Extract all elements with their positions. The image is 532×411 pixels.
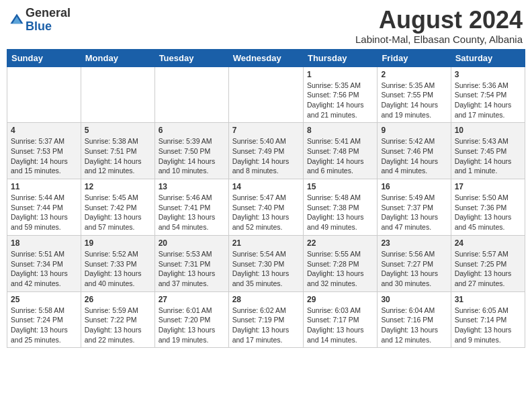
day-number: 28: [232, 295, 300, 304]
calendar-cell: 31Sunrise: 6:05 AM Sunset: 7:14 PM Dayli…: [451, 291, 525, 348]
logo-text: General Blue: [26, 7, 71, 34]
day-number: 10: [455, 126, 521, 135]
day-number: 12: [85, 182, 151, 191]
logo: General Blue: [9, 7, 71, 34]
day-number: 20: [159, 238, 225, 248]
calendar-cell: 7Sunrise: 5:40 AM Sunset: 7:49 PM Daylig…: [228, 123, 303, 179]
day-info: Sunrise: 5:50 AM Sunset: 7:36 PM Dayligh…: [455, 193, 521, 232]
day-info: Sunrise: 6:02 AM Sunset: 7:19 PM Dayligh…: [232, 306, 300, 345]
day-info: Sunrise: 5:55 AM Sunset: 7:28 PM Dayligh…: [307, 249, 373, 289]
calendar-cell: 19Sunrise: 5:52 AM Sunset: 7:33 PM Dayli…: [81, 235, 154, 291]
day-number: 29: [307, 295, 373, 304]
logo-icon: [9, 13, 24, 28]
day-info: Sunrise: 6:01 AM Sunset: 7:20 PM Dayligh…: [159, 306, 225, 345]
calendar-body: 1Sunrise: 5:35 AM Sunset: 7:56 PM Daylig…: [7, 66, 525, 348]
calendar-cell: 2Sunrise: 5:35 AM Sunset: 7:55 PM Daylig…: [378, 66, 451, 123]
day-number: 27: [159, 295, 225, 304]
day-info: Sunrise: 5:35 AM Sunset: 7:56 PM Dayligh…: [307, 81, 373, 120]
calendar-cell: 8Sunrise: 5:41 AM Sunset: 7:48 PM Daylig…: [303, 123, 377, 179]
weekday-saturday: Saturday: [451, 49, 525, 66]
day-info: Sunrise: 5:40 AM Sunset: 7:49 PM Dayligh…: [232, 136, 300, 176]
day-number: 14: [232, 182, 300, 191]
calendar-cell: 26Sunrise: 5:59 AM Sunset: 7:22 PM Dayli…: [81, 291, 154, 348]
day-info: Sunrise: 5:47 AM Sunset: 7:40 PM Dayligh…: [232, 193, 300, 232]
logo-blue: Blue: [26, 19, 52, 33]
header: General Blue August 2024 Labinot-Mal, El…: [7, 7, 525, 45]
weekday-header-row: SundayMondayTuesdayWednesdayThursdayFrid…: [7, 49, 525, 66]
day-number: 25: [11, 295, 77, 304]
calendar-cell: 5Sunrise: 5:38 AM Sunset: 7:51 PM Daylig…: [81, 123, 154, 179]
day-number: 16: [381, 182, 447, 191]
day-number: 7: [232, 126, 300, 135]
day-number: 31: [455, 295, 521, 304]
day-info: Sunrise: 5:59 AM Sunset: 7:22 PM Dayligh…: [85, 306, 151, 345]
calendar-cell: 6Sunrise: 5:39 AM Sunset: 7:50 PM Daylig…: [154, 123, 228, 179]
calendar-table: SundayMondayTuesdayWednesdayThursdayFrid…: [7, 49, 525, 349]
day-number: 11: [11, 182, 77, 191]
day-info: Sunrise: 5:35 AM Sunset: 7:55 PM Dayligh…: [381, 81, 447, 120]
weekday-thursday: Thursday: [303, 49, 377, 66]
day-info: Sunrise: 5:41 AM Sunset: 7:48 PM Dayligh…: [307, 136, 373, 176]
day-info: Sunrise: 5:37 AM Sunset: 7:53 PM Dayligh…: [11, 136, 77, 176]
calendar-cell: 17Sunrise: 5:50 AM Sunset: 7:36 PM Dayli…: [451, 179, 525, 236]
calendar-cell: 3Sunrise: 5:36 AM Sunset: 7:54 PM Daylig…: [451, 66, 525, 123]
calendar-cell: 20Sunrise: 5:53 AM Sunset: 7:31 PM Dayli…: [154, 235, 228, 291]
calendar-cell: 28Sunrise: 6:02 AM Sunset: 7:19 PM Dayli…: [228, 291, 303, 348]
day-info: Sunrise: 5:58 AM Sunset: 7:24 PM Dayligh…: [11, 306, 77, 345]
calendar-cell: 12Sunrise: 5:45 AM Sunset: 7:42 PM Dayli…: [81, 179, 154, 236]
day-number: 2: [381, 70, 447, 79]
title-block: August 2024 Labinot-Mal, Elbasan County,…: [355, 7, 523, 45]
calendar-cell: [7, 66, 81, 123]
day-info: Sunrise: 5:53 AM Sunset: 7:31 PM Dayligh…: [159, 249, 225, 289]
day-info: Sunrise: 6:05 AM Sunset: 7:14 PM Dayligh…: [455, 306, 521, 345]
weekday-monday: Monday: [81, 49, 154, 66]
day-number: 9: [381, 126, 447, 135]
weekday-sunday: Sunday: [7, 49, 81, 66]
calendar-cell: 22Sunrise: 5:55 AM Sunset: 7:28 PM Dayli…: [303, 235, 377, 291]
day-info: Sunrise: 5:44 AM Sunset: 7:44 PM Dayligh…: [11, 193, 77, 232]
day-info: Sunrise: 5:52 AM Sunset: 7:33 PM Dayligh…: [85, 249, 151, 289]
day-number: 13: [159, 182, 225, 191]
day-info: Sunrise: 6:03 AM Sunset: 7:17 PM Dayligh…: [307, 306, 373, 345]
day-number: 4: [11, 126, 77, 135]
month-year: August 2024: [355, 7, 523, 34]
day-number: 17: [455, 182, 521, 191]
day-number: 23: [381, 238, 447, 248]
day-info: Sunrise: 5:43 AM Sunset: 7:45 PM Dayligh…: [455, 136, 521, 176]
calendar-cell: [81, 66, 154, 123]
calendar-week-5: 25Sunrise: 5:58 AM Sunset: 7:24 PM Dayli…: [7, 291, 525, 348]
calendar-cell: 11Sunrise: 5:44 AM Sunset: 7:44 PM Dayli…: [7, 179, 81, 236]
calendar-cell: 25Sunrise: 5:58 AM Sunset: 7:24 PM Dayli…: [7, 291, 81, 348]
calendar-week-1: 1Sunrise: 5:35 AM Sunset: 7:56 PM Daylig…: [7, 66, 525, 123]
calendar-cell: 15Sunrise: 5:48 AM Sunset: 7:38 PM Dayli…: [303, 179, 377, 236]
calendar-week-4: 18Sunrise: 5:51 AM Sunset: 7:34 PM Dayli…: [7, 235, 525, 291]
calendar-cell: 27Sunrise: 6:01 AM Sunset: 7:20 PM Dayli…: [154, 291, 228, 348]
day-info: Sunrise: 6:04 AM Sunset: 7:16 PM Dayligh…: [381, 306, 447, 345]
day-info: Sunrise: 5:56 AM Sunset: 7:27 PM Dayligh…: [381, 249, 447, 289]
day-number: 18: [11, 238, 77, 248]
calendar-cell: 21Sunrise: 5:54 AM Sunset: 7:30 PM Dayli…: [228, 235, 303, 291]
calendar-cell: 10Sunrise: 5:43 AM Sunset: 7:45 PM Dayli…: [451, 123, 525, 179]
calendar-cell: [228, 66, 303, 123]
day-info: Sunrise: 5:49 AM Sunset: 7:37 PM Dayligh…: [381, 193, 447, 232]
day-number: 26: [85, 295, 151, 304]
location: Labinot-Mal, Elbasan County, Albania: [355, 34, 523, 45]
calendar-cell: 18Sunrise: 5:51 AM Sunset: 7:34 PM Dayli…: [7, 235, 81, 291]
calendar-week-2: 4Sunrise: 5:37 AM Sunset: 7:53 PM Daylig…: [7, 123, 525, 179]
calendar-cell: 30Sunrise: 6:04 AM Sunset: 7:16 PM Dayli…: [378, 291, 451, 348]
weekday-tuesday: Tuesday: [154, 49, 228, 66]
day-number: 15: [307, 182, 373, 191]
day-info: Sunrise: 5:46 AM Sunset: 7:41 PM Dayligh…: [159, 193, 225, 232]
calendar-cell: 4Sunrise: 5:37 AM Sunset: 7:53 PM Daylig…: [7, 123, 81, 179]
day-info: Sunrise: 5:57 AM Sunset: 7:25 PM Dayligh…: [455, 249, 521, 289]
day-number: 1: [307, 70, 373, 79]
day-info: Sunrise: 5:39 AM Sunset: 7:50 PM Dayligh…: [159, 136, 225, 176]
calendar-week-3: 11Sunrise: 5:44 AM Sunset: 7:44 PM Dayli…: [7, 179, 525, 236]
day-number: 24: [455, 238, 521, 248]
calendar-cell: 23Sunrise: 5:56 AM Sunset: 7:27 PM Dayli…: [378, 235, 451, 291]
calendar-cell: 9Sunrise: 5:42 AM Sunset: 7:46 PM Daylig…: [378, 123, 451, 179]
day-number: 22: [307, 238, 373, 248]
calendar-cell: 14Sunrise: 5:47 AM Sunset: 7:40 PM Dayli…: [228, 179, 303, 236]
day-info: Sunrise: 5:38 AM Sunset: 7:51 PM Dayligh…: [85, 136, 151, 176]
day-info: Sunrise: 5:48 AM Sunset: 7:38 PM Dayligh…: [307, 193, 373, 232]
